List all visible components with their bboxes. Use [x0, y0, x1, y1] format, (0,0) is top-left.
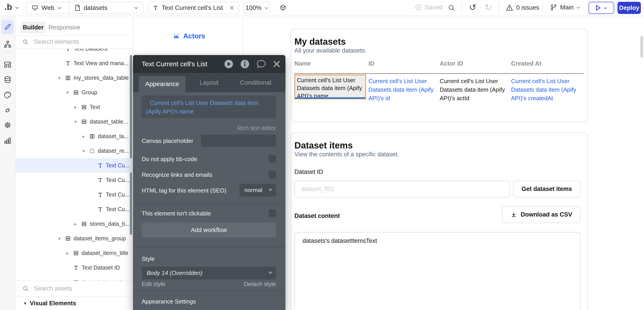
- group-element-icon: [73, 90, 79, 95]
- redo-icon[interactable]: ↻: [485, 3, 492, 12]
- data-tab-icon[interactable]: [2, 74, 14, 86]
- tree-item[interactable]: ▸dataset_items_title: [16, 246, 133, 260]
- table-cell[interactable]: Current cell's List User Datasets data i…: [440, 77, 507, 102]
- components-tab-icon[interactable]: [2, 58, 14, 71]
- deploy-button[interactable]: Deploy: [618, 2, 641, 14]
- tree-caret-icon[interactable]: ▸: [72, 104, 79, 110]
- text-element-icon: [97, 192, 103, 198]
- recognize-links-checkbox[interactable]: [269, 171, 276, 178]
- plugins-tab-icon[interactable]: [2, 104, 14, 116]
- tree-item[interactable]: Text Cu...: [16, 173, 133, 187]
- dataset-items-card: Dataset items View the contents of a spe…: [290, 132, 588, 310]
- tree-item-label: Text View and mana...: [74, 60, 129, 67]
- download-csv-button[interactable]: Download as CSV: [502, 206, 580, 223]
- logs-tab-icon[interactable]: [2, 134, 14, 146]
- search-icon[interactable]: [448, 4, 456, 12]
- logo-chevron-icon[interactable]: [15, 6, 19, 9]
- tree-item[interactable]: ▾Group: [16, 85, 133, 100]
- element-search[interactable]: [16, 36, 133, 49]
- tab-appearance[interactable]: Appearance: [139, 76, 186, 92]
- tab-conditional[interactable]: Conditional: [232, 73, 279, 92]
- search-icon: [22, 39, 29, 45]
- tab-layout[interactable]: Layout: [186, 73, 232, 92]
- tree-item[interactable]: ▾dataset_items_group: [16, 231, 133, 246]
- my-datasets-subtitle: All your available datasets.: [294, 47, 366, 54]
- tree-item[interactable]: ▸dataset_items_in...: [16, 275, 133, 280]
- tree-item[interactable]: Text View and mana...: [16, 56, 133, 71]
- bubble-logo[interactable]: .b: [4, 2, 12, 12]
- table-cell-link[interactable]: Current cell's List User Datasets data i…: [368, 77, 436, 102]
- tree-caret-icon[interactable]: ▾: [64, 90, 71, 95]
- visual-elements-label: Visual Elements: [30, 300, 76, 307]
- canvas-placeholder-input[interactable]: [201, 134, 276, 147]
- edit-style-link[interactable]: Edit style: [142, 280, 166, 287]
- tree-item[interactable]: ▾dataset_table...: [16, 114, 133, 129]
- tree-item[interactable]: ▾dataset_re...: [16, 143, 133, 158]
- tree-caret-icon[interactable]: ▾: [80, 148, 87, 154]
- tab-builder[interactable]: Builder: [21, 22, 46, 33]
- not-clickable-checkbox[interactable]: [269, 209, 276, 217]
- info-icon[interactable]: [240, 59, 250, 69]
- zoom-select[interactable]: 100%: [243, 2, 270, 14]
- rich-text-editor[interactable]: Current cell's List User Datasets data i…: [142, 95, 276, 118]
- branch-label: Main: [560, 4, 574, 11]
- search-assets-input[interactable]: [34, 285, 120, 292]
- tree-item[interactable]: ▸stores_data_b...: [16, 217, 133, 231]
- tree-item[interactable]: Text Cu...: [16, 158, 133, 173]
- branch-select[interactable]: Main: [550, 4, 580, 11]
- tree-item[interactable]: Text Cu...: [16, 202, 133, 217]
- canvas-scrollbar[interactable]: [640, 36, 643, 58]
- tree-caret-icon[interactable]: ▾: [56, 75, 63, 81]
- tree-item-label: Text Cu...: [106, 177, 130, 183]
- tree-item[interactable]: ▸Text: [16, 100, 133, 114]
- detach-style-link[interactable]: Detach style: [244, 280, 276, 287]
- settings-tab-icon[interactable]: [2, 119, 14, 131]
- run-workflow-icon[interactable]: [224, 59, 234, 69]
- styles-tab-icon[interactable]: [2, 89, 14, 101]
- tree-item[interactable]: ▸dataset_ta...: [16, 129, 133, 143]
- tree-caret-icon[interactable]: ▸: [64, 250, 71, 256]
- tree-item[interactable]: ▾my_stores_data_table: [16, 71, 133, 85]
- search-elements-input[interactable]: [34, 38, 120, 46]
- asset-search[interactable]: [16, 280, 133, 296]
- html-tag-label: HTML tag for this element (SEO): [142, 187, 226, 194]
- platform-select[interactable]: Web: [26, 4, 69, 12]
- tab-responsive[interactable]: Responsive: [49, 22, 80, 33]
- component-cube-icon[interactable]: [279, 4, 287, 12]
- comment-icon[interactable]: [256, 59, 266, 69]
- html-tag-dropdown[interactable]: normal: [240, 184, 276, 197]
- tree-item[interactable]: Text Cu...: [16, 187, 133, 202]
- chevron-down-icon: [576, 6, 580, 9]
- property-panel-titlebar[interactable]: Text Current cell's List: [133, 55, 286, 73]
- tree-caret-icon[interactable]: ▾: [56, 236, 63, 241]
- tree-item[interactable]: Text Dataset ID: [16, 260, 133, 275]
- page-select[interactable]: datasets: [69, 4, 143, 12]
- style-dropdown[interactable]: Body 14 (Overridden): [142, 267, 276, 279]
- get-dataset-items-button[interactable]: Get dataset items: [513, 181, 580, 198]
- close-tab-icon[interactable]: [230, 6, 234, 10]
- tree-caret-icon[interactable]: ▾: [72, 119, 79, 124]
- undo-icon[interactable]: ↺: [469, 3, 476, 12]
- visual-elements-section[interactable]: ▾ Visual Elements: [16, 296, 133, 310]
- design-tab-icon[interactable]: [2, 20, 14, 34]
- issues-label: 0 issues: [516, 4, 539, 11]
- table-header-rule: [294, 73, 584, 74]
- preview-button[interactable]: [588, 2, 614, 14]
- element-tab[interactable]: Text Current cell's List: [148, 2, 239, 14]
- add-workflow-button[interactable]: Add workflow: [142, 223, 276, 237]
- my-datasets-card: My datasets All your available datasets.…: [290, 29, 588, 122]
- property-panel-title: Text Current cell's List: [142, 55, 208, 73]
- tree-item[interactable]: Text Datasets: [16, 49, 133, 56]
- selected-table-cell[interactable]: Current cell's List User Datasets data i…: [294, 75, 366, 99]
- bb-code-checkbox[interactable]: [269, 155, 276, 163]
- column-header: Created At: [511, 60, 542, 67]
- dataset-id-input[interactable]: [294, 181, 510, 198]
- tree-caret-icon[interactable]: ▸: [80, 134, 87, 139]
- workflows-tab-icon[interactable]: [2, 38, 14, 50]
- actors-link[interactable]: Actors: [172, 32, 205, 40]
- table-cell-link[interactable]: Current cell's List User Datasets data i…: [511, 77, 583, 102]
- rich-text-editor-hint[interactable]: Rich text editor: [237, 125, 276, 132]
- tree-caret-icon[interactable]: ▸: [72, 221, 79, 227]
- issues-indicator[interactable]: 0 issues: [506, 4, 539, 12]
- close-icon[interactable]: [273, 60, 280, 68]
